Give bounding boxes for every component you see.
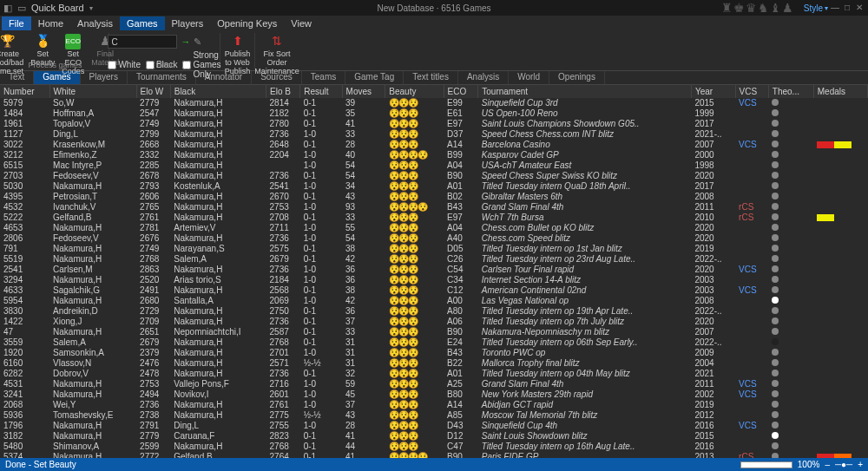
col-number[interactable]: Number (0, 85, 49, 98)
table-row[interactable]: 4633 Sagalchik,G 2491 Nakamura,H 2568 0-… (0, 285, 868, 296)
col-tournament[interactable]: Tournament (478, 85, 692, 98)
tab-teams[interactable]: Teams (302, 71, 345, 84)
table-row[interactable]: 5519 Nakamura,H 2768 Salem,A 2679 0-1 42… (0, 254, 868, 265)
table-row[interactable]: 791 Nakamura,H 2749 Narayanan,S 2575 0-1… (0, 244, 868, 254)
cell-white: Carlsen,M (49, 265, 136, 275)
col-vcs[interactable]: VCS (735, 85, 768, 98)
col-elow[interactable]: Elo W (136, 85, 170, 98)
table-row[interactable]: 3212 Efimenko,Z 2332 Nakamura,H 2204 1-0… (0, 150, 868, 160)
ribbon: 🏆Create good/bad game set 🥇Set Beauty EC… (0, 31, 868, 71)
filter-input[interactable] (108, 35, 177, 49)
table-row[interactable]: 4531 Nakamura,H 2753 Vallejo Pons,F 2716… (0, 379, 868, 389)
menu-games[interactable]: Games (120, 16, 164, 30)
tab-analysis[interactable]: Analysis (458, 71, 509, 84)
menu-file[interactable]: File (2, 16, 31, 30)
cell-moves: 28 (342, 140, 385, 150)
cell-beauty: 😯😯😯 (385, 400, 444, 410)
table-row[interactable]: 1484 Hoffman,A 2547 Nakamura,H 2182 0-1 … (0, 108, 868, 119)
style-link[interactable]: Style (804, 3, 823, 13)
zoom-out-button[interactable]: – (825, 460, 830, 469)
cell-elob: 2716 (266, 379, 300, 389)
table-row[interactable]: 6282 Dobrov,V 2478 Nakamura,H 2736 0-1 3… (0, 369, 868, 379)
table-row[interactable]: 2703 Fedoseev,V 2678 Nakamura,H 2736 0-1… (0, 171, 868, 181)
table-row[interactable]: 5979 So,W 2779 Nakamura,H 2814 0-1 39 😯😯… (0, 98, 868, 108)
new-doc-icon[interactable]: ▭ (17, 3, 26, 14)
col-year[interactable]: Year (691, 85, 735, 98)
tab-world[interactable]: World (509, 71, 549, 84)
table-row[interactable]: 5480 Shimanov,A 2599 Nakamura,H 2768 0-1… (0, 442, 868, 452)
menu-view[interactable]: View (284, 16, 319, 30)
cell-white: Gelfand,B (49, 213, 136, 223)
col-theo[interactable]: Theo... (768, 85, 813, 98)
table-row[interactable]: 5936 Tomashevsky,E 2738 Nakamura,H 2775 … (0, 410, 868, 421)
tab-texttitles[interactable]: Text titles (404, 71, 458, 84)
create-gameset-button[interactable]: 🏆Create good/bad game set (0, 33, 25, 77)
cell-theo (768, 442, 813, 452)
cell-moves: 54 (342, 160, 385, 171)
publish-button[interactable]: ⬆Publish to Web Publish (223, 33, 253, 77)
cell-year: 2003 (691, 285, 735, 296)
zoom-in-button[interactable]: + (858, 460, 863, 469)
cell-tournament: Sinquefield Cup 4th (478, 421, 692, 431)
table-row[interactable]: 2068 Wei,Y 2736 Nakamura,H 2761 1-0 37 😯… (0, 400, 868, 410)
clear-icon[interactable]: ✎ (194, 36, 201, 48)
tab-gametag[interactable]: Game Tag (345, 71, 404, 84)
table-row[interactable]: 3294 Nakamura,H 2520 Arias torio,S 2184 … (0, 275, 868, 285)
col-elob[interactable]: Elo B (266, 85, 300, 98)
maximize-button[interactable]: □ (842, 3, 852, 13)
col-black[interactable]: Black (170, 85, 266, 98)
cell-year: 2015 (691, 431, 735, 442)
set-eco-button[interactable]: ECOSet ECO Codes (60, 33, 86, 77)
table-row[interactable]: 6515 Mac Intyre,P 2285 Nakamura,H 1-0 54… (0, 160, 868, 171)
table-row[interactable]: 4532 Ivanchuk,V 2765 Nakamura,H 2753 1-0… (0, 202, 868, 213)
cell-medals (813, 400, 867, 410)
cell-moves: 45 (342, 389, 385, 400)
cell-elob: 2736 (266, 317, 300, 327)
table-row[interactable]: 5222 Gelfand,B 2761 Nakamura,H 2708 0-1 … (0, 213, 868, 223)
cell-number: 2068 (0, 400, 49, 410)
table-row[interactable]: 6160 Vlassov,N 2476 Nakamura,H 2571 ½-½ … (0, 358, 868, 369)
arrow-icon[interactable]: → (181, 36, 190, 47)
col-moves[interactable]: Moves (342, 85, 385, 98)
table-row[interactable]: 3830 Andreikin,D 2729 Nakamura,H 2750 0-… (0, 306, 868, 317)
col-white[interactable]: White (49, 85, 136, 98)
menu-analysis[interactable]: Analysis (70, 16, 120, 30)
tab-openings[interactable]: Openings (549, 71, 605, 84)
table-row[interactable]: 4653 Nakamura,H 2781 Artemiev,V 2711 1-0… (0, 223, 868, 233)
fix-sort-button[interactable]: ⇅Fix Sort Order Maintenance (253, 33, 301, 77)
dropdown-icon[interactable]: ▾ (89, 4, 93, 12)
table-row[interactable]: 5374 Nakamura,H 2772 Gelfand,B 2764 0-1 … (0, 452, 868, 458)
col-medals[interactable]: Medals (813, 85, 867, 98)
cell-vcs (735, 108, 768, 119)
table-row[interactable]: 4395 Petrosian,T 2606 Nakamura,H 2670 0-… (0, 192, 868, 202)
table-row[interactable]: 3022 Krasenkow,M 2668 Nakamura,H 2648 0-… (0, 140, 868, 150)
minimize-button[interactable]: — (830, 3, 840, 13)
cell-theo (768, 244, 813, 254)
col-result[interactable]: Result (300, 85, 342, 98)
table-row[interactable]: 1127 Ding,L 2799 Nakamura,H 2736 1-0 33 … (0, 129, 868, 140)
table-row[interactable]: 47 Nakamura,H 2651 Nepomniachtchi,I 2587… (0, 327, 868, 337)
table-row[interactable]: 3559 Salem,A 2679 Nakamura,H 2768 0-1 31… (0, 337, 868, 348)
zoom-slider[interactable]: ─●─ (835, 460, 852, 469)
cell-theo (768, 369, 813, 379)
menu-openingkeys[interactable]: Opening Keys (210, 16, 284, 30)
table-row[interactable]: 2806 Fedoseev,V 2676 Nakamura,H 2736 1-0… (0, 233, 868, 244)
table-row[interactable]: 3182 Nakamura,H 2779 Caruana,F 2823 0-1 … (0, 431, 868, 442)
grid-container[interactable]: Number White Elo W Black Elo B Result Mo… (0, 85, 868, 458)
table-row[interactable]: 1796 Nakamura,H 2791 Ding,L 2755 1-0 28 … (0, 421, 868, 431)
menu-players[interactable]: Players (165, 16, 211, 30)
table-row[interactable]: 2541 Carlsen,M 2863 Nakamura,H 2736 1-0 … (0, 265, 868, 275)
close-button[interactable]: ✕ (854, 3, 865, 13)
table-row[interactable]: 5954 Nakamura,H 2680 Santalla,A 2069 1-0… (0, 296, 868, 306)
menu-home[interactable]: Home (31, 16, 70, 30)
style-dropdown-icon[interactable]: ▾ (825, 4, 828, 12)
col-beauty[interactable]: Beauty (385, 85, 444, 98)
table-row[interactable]: 1422 Xiong,J 2709 Nakamura,H 2736 0-1 37… (0, 317, 868, 327)
quick-board-label[interactable]: Quick Board (31, 3, 84, 13)
table-row[interactable]: 3241 Nakamura,H 2494 Novikov,I 2601 1-0 … (0, 389, 868, 400)
table-row[interactable]: 1920 Samsonkin,A 2379 Nakamura,H 2701 1-… (0, 348, 868, 358)
table-row[interactable]: 1961 Topalov,V 2749 Nakamura,H 2780 0-1 … (0, 119, 868, 129)
cell-beauty: 😯😯😯 (385, 369, 444, 379)
col-eco[interactable]: ECO (444, 85, 478, 98)
table-row[interactable]: 5030 Nakamura,H 2793 Kostenluk,A 2541 1-… (0, 181, 868, 192)
